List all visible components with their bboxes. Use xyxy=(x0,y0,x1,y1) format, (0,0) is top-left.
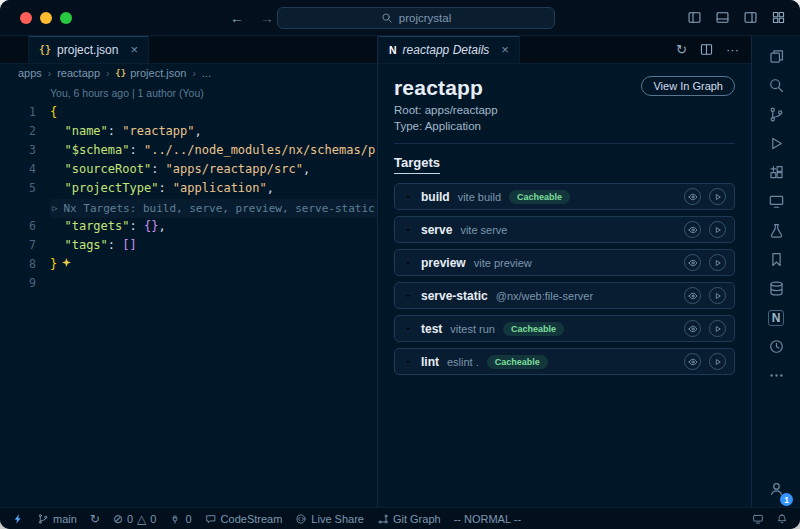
titlebar: ← → projcrystal xyxy=(0,0,800,36)
run-target-button[interactable] xyxy=(709,353,726,370)
target-row-preview[interactable]: previewvite preview xyxy=(394,249,735,276)
code-token: "application" xyxy=(173,181,267,195)
activity-search-button[interactable] xyxy=(752,71,800,100)
activity-bookmarks-button[interactable] xyxy=(752,245,800,274)
run-target-button[interactable] xyxy=(709,188,726,205)
target-row-serve[interactable]: servevite serve xyxy=(394,216,735,243)
chevron-down-icon[interactable] xyxy=(403,287,413,305)
sync-status[interactable]: ↻ xyxy=(90,513,100,525)
run-target-button[interactable] xyxy=(709,320,726,337)
activity-database-button[interactable] xyxy=(752,274,800,303)
activity-extensions-button[interactable] xyxy=(752,158,800,187)
ports[interactable]: 0 xyxy=(169,513,191,525)
toggle-sidebar-left-icon[interactable] xyxy=(687,10,702,25)
breadcrumb-label: ... xyxy=(202,67,211,79)
view-in-graph-button[interactable]: View In Graph xyxy=(641,76,735,96)
chevron-down-icon[interactable] xyxy=(403,320,413,338)
breadcrumb-item[interactable]: ... xyxy=(202,67,211,79)
codelens-text[interactable]: You, 6 hours ago | 1 author (You) xyxy=(50,87,204,99)
tab-project-json[interactable]: {} project.json × xyxy=(28,36,149,63)
activity-account-button[interactable]: 1 xyxy=(752,469,800,507)
reveal-target-button[interactable] xyxy=(684,254,701,271)
chevron-down-icon[interactable] xyxy=(403,353,413,371)
code-line[interactable]: 8} xyxy=(0,255,377,274)
back-icon[interactable]: ← xyxy=(230,11,244,25)
close-tab-icon[interactable]: × xyxy=(130,42,138,57)
toggle-panel-icon[interactable] xyxy=(715,10,730,25)
more-actions-icon[interactable]: ··· xyxy=(726,43,739,56)
activity-source-control-button[interactable] xyxy=(752,100,800,129)
code-line[interactable]: 5 "projectType": "application", xyxy=(0,179,377,198)
code-line[interactable]: 3 "$schema": "../../node_modules/nx/sche… xyxy=(0,141,377,160)
close-tab-icon[interactable]: × xyxy=(501,42,509,57)
nx-targets-hint[interactable]: ▷Nx Targets: build, serve, preview, serv… xyxy=(0,198,377,217)
run-debug-icon xyxy=(768,135,785,152)
live-share[interactable]: Live Share xyxy=(295,513,364,525)
reveal-target-button[interactable] xyxy=(684,221,701,238)
close-window-button[interactable] xyxy=(20,12,32,24)
command-center-search[interactable]: projcrystal xyxy=(277,7,555,29)
error-icon: ⊘ xyxy=(113,513,123,525)
code-token: "$schema" xyxy=(64,143,129,157)
code-line[interactable]: 1{ xyxy=(0,103,377,122)
code-token: : xyxy=(108,124,122,138)
activity-files-button[interactable] xyxy=(752,42,800,71)
minimize-window-button[interactable] xyxy=(40,12,52,24)
tab-label: reactapp Details xyxy=(403,43,490,57)
line-number: 2 xyxy=(0,122,50,141)
chevron-down-icon[interactable] xyxy=(403,254,413,272)
code-content: "sourceRoot": "apps/reactapp/src", xyxy=(50,160,310,179)
notifications[interactable] xyxy=(776,513,788,525)
code-line[interactable]: 4 "sourceRoot": "apps/reactapp/src", xyxy=(0,160,377,179)
chevron-down-icon[interactable] xyxy=(403,221,413,239)
breadcrumb-item[interactable]: reactapp xyxy=(57,67,100,79)
tab-reactapp-details[interactable]: N reactapp Details × xyxy=(378,36,520,63)
reveal-target-button[interactable] xyxy=(684,287,701,304)
screen-share[interactable] xyxy=(752,513,764,525)
breadcrumb-item[interactable]: apps xyxy=(18,67,42,79)
refresh-icon[interactable]: ↻ xyxy=(676,43,687,56)
reveal-target-button[interactable] xyxy=(684,188,701,205)
activity-history-button[interactable] xyxy=(752,332,800,361)
code-editor[interactable]: You, 6 hours ago | 1 author (You)1{2 "na… xyxy=(0,82,377,507)
code-line[interactable]: 2 "name": "reactapp", xyxy=(0,122,377,141)
toggle-sidebar-right-icon[interactable] xyxy=(743,10,758,25)
code-token: "reactapp" xyxy=(122,124,194,138)
reveal-target-button[interactable] xyxy=(684,320,701,337)
chevron-down-icon[interactable] xyxy=(403,188,413,206)
activity-run-debug-button[interactable] xyxy=(752,129,800,158)
forward-icon[interactable]: → xyxy=(260,11,274,25)
codestream[interactable]: CodeStream xyxy=(205,513,283,525)
run-target-button[interactable] xyxy=(709,287,726,304)
git-graph[interactable]: Git Graph xyxy=(377,513,441,525)
customize-layout-icon[interactable] xyxy=(771,10,786,25)
run-target-button[interactable] xyxy=(709,254,726,271)
line-number xyxy=(0,198,50,217)
code-line[interactable]: 9 xyxy=(0,274,377,293)
cacheable-badge: Cacheable xyxy=(503,322,564,336)
git-branch[interactable]: main xyxy=(37,513,77,525)
problems[interactable]: ⊘0△0 xyxy=(113,513,157,525)
reveal-target-button[interactable] xyxy=(684,353,701,370)
nx-targets-codelens[interactable]: ▷Nx Targets: build, serve, preview, serv… xyxy=(50,199,377,218)
activity-remote-explorer-button[interactable] xyxy=(752,187,800,216)
run-target-button[interactable] xyxy=(709,221,726,238)
remote-indicator[interactable] xyxy=(12,513,24,525)
eye-icon xyxy=(688,291,698,301)
code-line[interactable]: 6 "targets": {}, xyxy=(0,217,377,236)
activity-testing-button[interactable] xyxy=(752,216,800,245)
target-row-serve-static[interactable]: serve-static@nx/web:file-server xyxy=(394,282,735,309)
json-file-icon: {} xyxy=(39,44,51,55)
database-icon xyxy=(768,280,785,297)
breadcrumb-label: project.json xyxy=(130,67,186,79)
activity-more-button[interactable] xyxy=(752,361,800,390)
split-editor-icon[interactable] xyxy=(699,42,714,57)
target-row-build[interactable]: buildvite buildCacheable xyxy=(394,183,735,210)
vim-mode[interactable]: -- NORMAL -- xyxy=(454,513,521,525)
target-row-lint[interactable]: linteslint .Cacheable xyxy=(394,348,735,375)
breadcrumb-item[interactable]: {}project.json xyxy=(115,67,186,79)
zoom-window-button[interactable] xyxy=(60,12,72,24)
activity-nx-console-button[interactable]: N xyxy=(752,303,800,332)
target-row-test[interactable]: testvitest runCacheable xyxy=(394,315,735,342)
code-line[interactable]: 7 "tags": [] xyxy=(0,236,377,255)
